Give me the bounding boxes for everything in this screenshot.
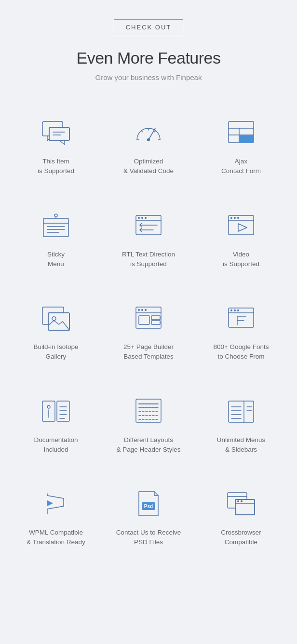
svg-rect-17	[43, 218, 68, 237]
menus-icon	[222, 394, 260, 428]
svg-rect-49	[229, 308, 254, 327]
feature-isotope-label: Build-in IsotopeGallery	[33, 342, 78, 362]
feature-page-builder-label: 25+ Page BuilderBased Templates	[123, 342, 174, 362]
svg-point-43	[138, 309, 140, 311]
feature-sticky-menu-label: StickyMenu	[47, 250, 65, 269]
svg-point-33	[230, 217, 232, 219]
svg-rect-46	[139, 316, 149, 324]
layouts-icon	[129, 394, 168, 428]
svg-point-91	[237, 500, 239, 502]
feature-wpml-label: WPML Compatible& Translation Ready	[27, 528, 85, 548]
feature-sticky-menu: StickyMenu	[10, 194, 102, 287]
feature-validated: Optimized& Validated Code	[102, 101, 195, 194]
validated-icon	[129, 115, 168, 149]
svg-line-10	[141, 131, 143, 132]
svg-point-34	[234, 217, 236, 219]
svg-point-59	[47, 405, 50, 408]
subtitle: Grow your business with Finpeak	[10, 73, 287, 81]
feature-menus: Unlimited Menus& Sidebars	[195, 379, 287, 472]
feature-video-label: Videois Supported	[223, 250, 259, 269]
features-grid: This Itemis Supported	[10, 101, 287, 565]
svg-rect-38	[48, 313, 69, 330]
svg-rect-47	[151, 316, 160, 320]
svg-point-26	[138, 217, 140, 219]
feature-menus-label: Unlimited Menus& Sidebars	[217, 435, 266, 455]
psd-icon: Psd	[129, 486, 168, 520]
feature-google-fonts-label: 800+ Google Fontsto Choose From	[213, 342, 269, 362]
svg-point-44	[141, 309, 143, 311]
sticky-menu-icon	[37, 208, 75, 242]
feature-docs-label: DocumentationIncluded	[34, 435, 78, 455]
svg-rect-16	[239, 135, 254, 143]
svg-point-45	[145, 309, 147, 311]
svg-rect-65	[136, 399, 161, 422]
feature-layouts-label: Different Layouts& Page Header Styles	[117, 435, 181, 455]
crossbrowser-icon	[222, 486, 260, 520]
feature-psd-label: Contact Us to ReceivePSD Files	[116, 528, 181, 548]
rtl-icon	[129, 208, 168, 242]
checkout-button[interactable]: CHECK OUT	[114, 19, 184, 35]
wpml-icon	[37, 486, 75, 520]
feature-crossbrowser-label: CrossbrowserCompatible	[221, 528, 261, 548]
feature-psd: Psd Contact Us to ReceivePSD Files	[102, 472, 195, 565]
svg-point-35	[237, 217, 239, 219]
supported-icon	[37, 115, 75, 149]
feature-supported: This Itemis Supported	[10, 101, 102, 194]
feature-supported-label: This Itemis Supported	[38, 157, 74, 176]
page-builder-icon	[129, 301, 168, 335]
svg-line-11	[154, 131, 156, 132]
feature-validated-label: Optimized& Validated Code	[123, 157, 174, 176]
feature-ajax-form: AjaxContact Form	[195, 101, 287, 194]
docs-icon	[37, 394, 75, 428]
google-fonts-icon	[222, 301, 260, 335]
svg-point-52	[234, 309, 236, 311]
feature-video: Videois Supported	[195, 194, 287, 287]
feature-ajax-form-label: AjaxContact Form	[221, 157, 261, 176]
svg-rect-74	[229, 401, 254, 422]
svg-point-19	[54, 214, 57, 217]
feature-rtl: RTL Text Directionis Supported	[102, 194, 195, 287]
feature-google-fonts: 800+ Google Fontsto Choose From	[195, 286, 287, 379]
svg-point-92	[241, 500, 243, 502]
svg-rect-48	[151, 321, 160, 324]
svg-point-28	[145, 217, 147, 219]
svg-line-5	[148, 128, 155, 140]
svg-point-27	[141, 217, 143, 219]
feature-isotope: Build-in IsotopeGallery	[10, 286, 102, 379]
svg-point-51	[230, 309, 232, 311]
main-title: Even More Features	[10, 49, 287, 67]
feature-wpml: WPML Compatible& Translation Ready	[10, 472, 102, 565]
feature-crossbrowser: CrossbrowserCompatible	[195, 472, 287, 565]
svg-text:Psd: Psd	[144, 504, 153, 509]
svg-marker-36	[238, 224, 247, 231]
svg-point-6	[147, 138, 150, 141]
svg-point-53	[237, 309, 239, 311]
video-icon	[222, 208, 260, 242]
svg-rect-1	[49, 127, 69, 141]
feature-rtl-label: RTL Text Directionis Supported	[122, 250, 175, 269]
isotope-icon	[37, 301, 75, 335]
feature-layouts: Different Layouts& Page Header Styles	[102, 379, 195, 472]
feature-page-builder: 25+ Page BuilderBased Templates	[102, 286, 195, 379]
page-wrapper: CHECK OUT Even More Features Grow your b…	[0, 0, 297, 594]
ajax-form-icon	[222, 115, 260, 149]
feature-docs: DocumentationIncluded	[10, 379, 102, 472]
